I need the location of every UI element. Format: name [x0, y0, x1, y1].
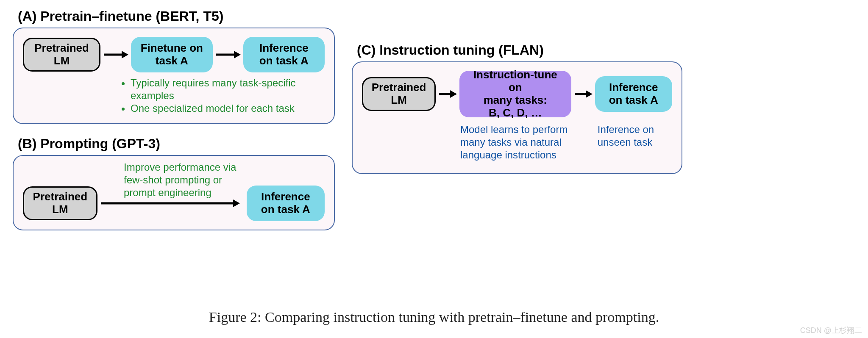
panel-a: Pretrained LM Finetune on task A Inferen… — [13, 28, 335, 124]
panel-b: Improve performance via few-shot prompti… — [13, 155, 335, 230]
pretrained-lm-node: Pretrained LM — [362, 77, 436, 111]
panel-b-note: Improve performance via few-shot prompti… — [124, 161, 255, 199]
panel-c-note2: Inference on unseen task — [598, 123, 672, 161]
arrow-icon — [438, 88, 457, 100]
right-column: (C) Instruction tuning (FLAN) Pretrained… — [352, 8, 682, 230]
panel-c: Pretrained LM Instruction-tune on many t… — [352, 61, 682, 174]
node-label: Instruction-tune on many tasks: B, C, D,… — [465, 69, 565, 119]
svg-marker-7 — [450, 90, 457, 98]
panel-a-bullets: Typically requires many task-specific ex… — [120, 77, 325, 115]
node-label: Pretrained LM — [372, 81, 426, 107]
watermark: CSDN @上杉翔二 — [800, 325, 862, 335]
arrow-icon — [215, 48, 241, 61]
svg-marker-1 — [122, 51, 128, 58]
arrow-icon — [103, 48, 128, 61]
panel-c-note1: Model learns to perform many tasks via n… — [460, 123, 585, 161]
node-label: Pretrained LM — [33, 191, 88, 216]
left-column: (A) Pretrain–finetune (BERT, T5) Pretrai… — [13, 8, 335, 230]
node-label: Inference on task A — [259, 42, 309, 67]
panel-a-title: (A) Pretrain–finetune (BERT, T5) — [18, 8, 335, 24]
inference-node: Inference on task A — [247, 186, 325, 221]
node-label: Inference on task A — [261, 191, 310, 216]
svg-marker-3 — [234, 51, 241, 58]
panel-b-title: (B) Prompting (GPT-3) — [18, 136, 335, 152]
panel-c-notes: Model learns to perform many tasks via n… — [460, 123, 672, 161]
inference-node: Inference on task A — [243, 37, 325, 72]
panel-c-row: Pretrained LM Instruction-tune on many t… — [362, 71, 672, 117]
figure-caption: Figure 2: Comparing instruction tuning w… — [0, 309, 868, 325]
svg-marker-5 — [233, 199, 240, 207]
diagram-container: (A) Pretrain–finetune (BERT, T5) Pretrai… — [0, 0, 868, 230]
arrow-icon — [574, 88, 593, 100]
bullet-item: Typically requires many task-specific ex… — [131, 77, 325, 102]
pretrained-lm-node: Pretrained LM — [23, 186, 97, 220]
instruction-tune-node: Instruction-tune on many tasks: B, C, D,… — [459, 71, 571, 117]
finetune-node: Finetune on task A — [131, 37, 212, 72]
node-label: Finetune on task A — [141, 42, 203, 67]
svg-marker-9 — [586, 90, 593, 98]
panel-a-row: Pretrained LM Finetune on task A Inferen… — [23, 37, 325, 72]
panel-c-title: (C) Instruction tuning (FLAN) — [357, 42, 682, 58]
pretrained-lm-node: Pretrained LM — [23, 38, 100, 72]
node-label: Inference on task A — [609, 81, 658, 107]
bullet-item: One specialized model for each task — [131, 102, 325, 115]
inference-node: Inference on task A — [595, 76, 673, 112]
node-label: Pretrained LM — [34, 42, 89, 67]
